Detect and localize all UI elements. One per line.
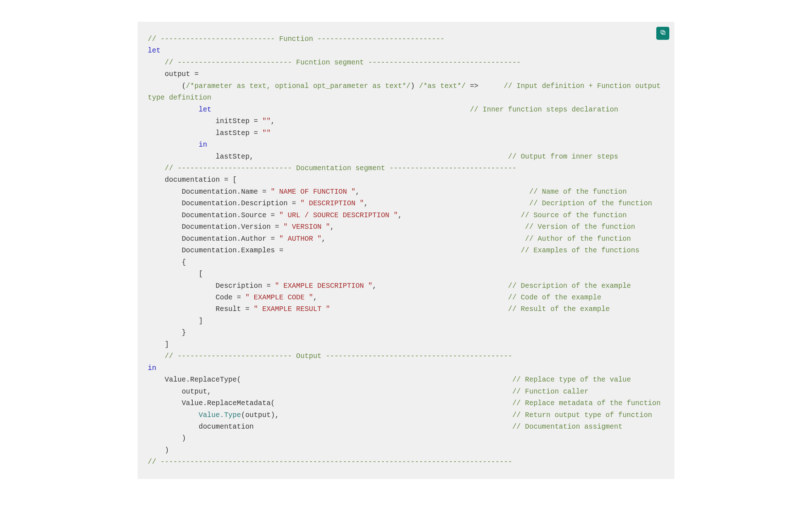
code-output-eq: output = bbox=[165, 70, 199, 78]
code-initstep: initStep = bbox=[215, 117, 262, 125]
code-vrt-open: Value.ReplaceType( bbox=[165, 376, 241, 384]
code-comma-n: , bbox=[355, 188, 360, 196]
comment-as-text: /*as text*/ bbox=[419, 82, 466, 90]
code-bracket-close: ] bbox=[198, 317, 203, 325]
code-ex-desc: Description = bbox=[215, 282, 275, 290]
code-doc-ex: Documentation.Examples = bbox=[182, 247, 284, 255]
code-doc-ver: Documentation.Version = bbox=[182, 223, 284, 231]
code-doc-desc: Documentation.Description = bbox=[182, 199, 301, 207]
comment-replace-meta: // Replace metadata of the function bbox=[512, 399, 661, 407]
comment-output-section: // --------------------------- Output --… bbox=[165, 352, 512, 360]
comment-return-type: // Return output type of function bbox=[512, 411, 652, 419]
code-doc-auth: Documentation.Author = bbox=[182, 235, 279, 243]
code-paren-close-inner: ) bbox=[182, 434, 186, 442]
code-comma-d: , bbox=[364, 199, 368, 207]
code-ex-code: Code = bbox=[215, 294, 245, 302]
comment-examples: // Examples of the functions bbox=[521, 247, 640, 255]
code-brace-open: { bbox=[182, 258, 186, 266]
comment-descr: // Decription of the function bbox=[529, 199, 652, 207]
code-paren-close-outer: ) bbox=[165, 446, 169, 454]
string-ex-code: " EXAMPLE CODE " bbox=[245, 294, 313, 302]
comment-function-segment: // --------------------------- Fucntion … bbox=[165, 59, 521, 67]
comment-ex-descr: // Description of the example bbox=[508, 282, 631, 290]
string-ex-result: " EXAMPLE RESULT " bbox=[254, 305, 330, 313]
code-doc-ident: documentation bbox=[198, 423, 254, 431]
code-doc-src: Documentation.Source = bbox=[182, 211, 279, 219]
code-doc-name: Documentation.Name = bbox=[182, 188, 271, 196]
string-ex-descr: " EXAMPLE DESCRIPTION " bbox=[275, 282, 372, 290]
comment-author: // Author of the function bbox=[525, 235, 631, 243]
code-brace-close: } bbox=[182, 329, 186, 337]
string-version: " VERSION " bbox=[283, 223, 330, 231]
string-descr: " DESCRIPTION " bbox=[300, 199, 364, 207]
code-arrow: => bbox=[470, 82, 478, 90]
code-comma-1: , bbox=[271, 117, 275, 125]
code-block: // --------------------------- Function … bbox=[138, 22, 674, 479]
svg-rect-0 bbox=[662, 31, 665, 35]
code-vrm-open: Value.ReplaceMetadata( bbox=[182, 399, 275, 407]
comment-final-rule: // -------------------------------------… bbox=[148, 458, 512, 466]
comment-function-section: // --------------------------- Function … bbox=[148, 35, 444, 43]
code-comma-a: , bbox=[322, 235, 326, 243]
comment-replace-type: // Replace type of the value bbox=[512, 376, 631, 384]
comment-ex-result: // Result of the example bbox=[508, 305, 610, 313]
code-output-arg: output, bbox=[182, 388, 212, 396]
svg-rect-1 bbox=[661, 30, 664, 34]
code-laststep-call: lastStep, bbox=[215, 153, 254, 161]
code-vtype: Value.Type bbox=[198, 411, 241, 419]
code-doc-close: ] bbox=[165, 341, 169, 349]
string-name: " NAME OF FUNCTION " bbox=[271, 188, 355, 196]
comment-name: // Name of the function bbox=[529, 188, 627, 196]
copy-button[interactable] bbox=[656, 27, 669, 40]
code-comma-ed: , bbox=[372, 282, 377, 290]
string-author: " AUTHOR " bbox=[279, 235, 322, 243]
code-bracket-open: [ bbox=[198, 270, 203, 278]
code-comma-ec: , bbox=[313, 294, 317, 302]
code-comma-v: , bbox=[330, 223, 334, 231]
keyword-in: in bbox=[148, 364, 156, 372]
string-source: " URL / SOURCE DESCRIPTION " bbox=[279, 211, 398, 219]
code-laststep-assign: lastStep = bbox=[215, 129, 262, 137]
comment-source: // Source of the function bbox=[521, 211, 627, 219]
code: // --------------------------- Function … bbox=[148, 33, 664, 468]
comment-doc-assign: // Documentation assigment bbox=[512, 423, 622, 431]
comment-func-caller: // Function caller bbox=[512, 388, 589, 396]
string-empty-2: "" bbox=[262, 129, 271, 137]
comment-version: // Version of the function bbox=[525, 223, 635, 231]
code-ex-res: Result = bbox=[215, 305, 254, 313]
copy-icon bbox=[660, 29, 666, 38]
keyword-let-inner: let bbox=[198, 106, 211, 114]
code-vtype-tail: (output), bbox=[241, 411, 279, 419]
comment-ex-code: // Code of the example bbox=[508, 294, 601, 302]
keyword-in-inner: in bbox=[198, 141, 207, 149]
comment-output-inner: // Output from inner steps bbox=[508, 153, 618, 161]
comment-doc-segment: // --------------------------- Documenta… bbox=[165, 164, 516, 172]
code-doc-eq: documentation = [ bbox=[165, 176, 237, 184]
code-comma-s: , bbox=[398, 211, 402, 219]
comment-inner-decl: // Inner function steps declaration bbox=[470, 106, 618, 114]
comment-params: /*parameter as text, optional opt_parame… bbox=[186, 82, 410, 90]
keyword-let: let bbox=[148, 47, 160, 55]
string-empty-1: "" bbox=[262, 117, 271, 125]
